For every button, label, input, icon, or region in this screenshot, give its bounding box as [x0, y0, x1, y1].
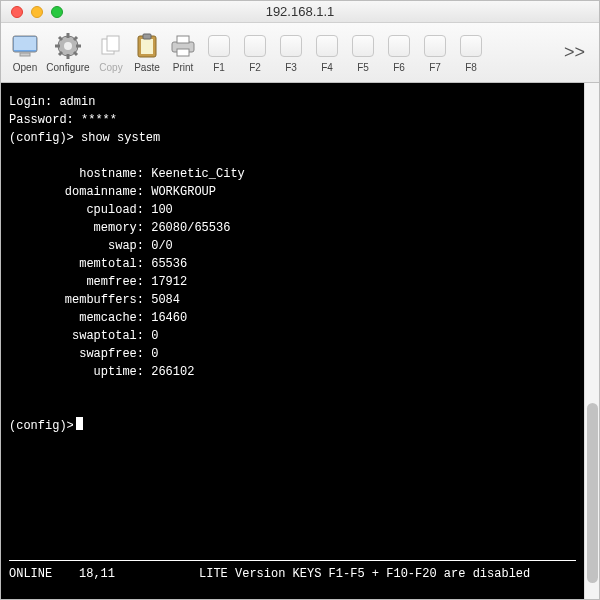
fkey-icon [277, 32, 305, 60]
system-field: memtotal: 65536 [9, 255, 576, 273]
field-key: swapfree: [9, 345, 144, 363]
print-icon [169, 32, 197, 60]
f8-button[interactable]: F8 [453, 26, 489, 80]
fkey-icon [385, 32, 413, 60]
field-value: 0/0 [151, 239, 173, 253]
field-value: Keenetic_City [151, 167, 245, 181]
field-key: domainname: [9, 183, 144, 201]
command: show system [81, 131, 160, 145]
field-key: memory: [9, 219, 144, 237]
svg-rect-17 [143, 34, 151, 39]
paste-icon [133, 32, 161, 60]
system-field: memcache: 16460 [9, 309, 576, 327]
status-state: ONLINE [9, 567, 79, 581]
configure-button[interactable]: Configure [43, 26, 93, 80]
field-key: membuffers: [9, 291, 144, 309]
svg-rect-16 [141, 39, 153, 54]
gear-icon [54, 32, 82, 60]
field-value: WORKGROUP [151, 185, 216, 199]
svg-line-12 [59, 52, 62, 55]
window-title: 192.168.1.1 [1, 4, 599, 19]
system-field: uptime: 266102 [9, 363, 576, 381]
system-field: membuffers: 5084 [9, 291, 576, 309]
login-label: Login: [9, 95, 59, 109]
field-value: 5084 [151, 293, 180, 307]
system-field: domainname: WORKGROUP [9, 183, 576, 201]
fkey-icon [349, 32, 377, 60]
fkey-icon [205, 32, 233, 60]
field-key: memtotal: [9, 255, 144, 273]
field-value: 0 [151, 347, 158, 361]
fkey-icon [457, 32, 485, 60]
field-value: 65536 [151, 257, 187, 271]
svg-point-4 [64, 42, 72, 50]
overflow-button[interactable]: >> [564, 42, 593, 63]
field-value: 0 [151, 329, 158, 343]
fkey-icon [241, 32, 269, 60]
prompt: (config)> [9, 417, 74, 435]
status-bar: ONLINE 18,11 LITE Version KEYS F1-F5 + F… [9, 560, 576, 581]
svg-rect-2 [20, 53, 30, 56]
system-field: memfree: 17912 [9, 273, 576, 291]
system-field: swap: 0/0 [9, 237, 576, 255]
system-field: hostname: Keenetic_City [9, 165, 576, 183]
password-value: ***** [81, 113, 117, 127]
f1-button[interactable]: F1 [201, 26, 237, 80]
copy-button[interactable]: Copy [93, 26, 129, 80]
field-value: 100 [151, 203, 173, 217]
password-label: Password: [9, 113, 81, 127]
svg-rect-19 [177, 36, 189, 43]
app-window: 192.168.1.1 Open [0, 0, 600, 600]
open-button[interactable]: Open [7, 26, 43, 80]
login-value: admin [59, 95, 95, 109]
f7-button[interactable]: F7 [417, 26, 453, 80]
svg-rect-20 [177, 49, 189, 56]
field-key: hostname: [9, 165, 144, 183]
prompt: (config)> [9, 131, 74, 145]
terminal[interactable]: Login: admin Password: ***** (config)> s… [1, 83, 584, 599]
field-value: 26080/65536 [151, 221, 230, 235]
field-key: swaptotal: [9, 327, 144, 345]
svg-line-9 [59, 37, 62, 40]
f2-button[interactable]: F2 [237, 26, 273, 80]
svg-rect-14 [107, 36, 119, 51]
minimize-icon[interactable] [31, 6, 43, 18]
scrollbar-thumb[interactable] [587, 403, 598, 583]
status-position: 18,11 [79, 567, 149, 581]
copy-icon [97, 32, 125, 60]
scrollbar[interactable] [584, 83, 599, 599]
monitor-icon [11, 32, 39, 60]
system-field: swaptotal: 0 [9, 327, 576, 345]
field-value: 17912 [151, 275, 187, 289]
svg-line-11 [74, 37, 77, 40]
window-controls [1, 6, 63, 18]
f6-button[interactable]: F6 [381, 26, 417, 80]
field-key: swap: [9, 237, 144, 255]
field-key: memfree: [9, 273, 144, 291]
titlebar: 192.168.1.1 [1, 1, 599, 23]
field-key: cpuload: [9, 201, 144, 219]
toolbar: Open Configure [1, 23, 599, 83]
svg-rect-1 [14, 37, 36, 50]
svg-line-10 [74, 52, 77, 55]
fkey-icon [421, 32, 449, 60]
field-key: memcache: [9, 309, 144, 327]
status-message: LITE Version KEYS F1-F5 + F10-F20 are di… [149, 567, 576, 581]
field-key: uptime: [9, 363, 144, 381]
paste-button[interactable]: Paste [129, 26, 165, 80]
terminal-area: Login: admin Password: ***** (config)> s… [1, 83, 599, 599]
system-field: memory: 26080/65536 [9, 219, 576, 237]
close-icon[interactable] [11, 6, 23, 18]
cursor-icon [76, 417, 83, 430]
f4-button[interactable]: F4 [309, 26, 345, 80]
f3-button[interactable]: F3 [273, 26, 309, 80]
fkey-icon [313, 32, 341, 60]
zoom-icon[interactable] [51, 6, 63, 18]
print-button[interactable]: Print [165, 26, 201, 80]
system-field: swapfree: 0 [9, 345, 576, 363]
field-value: 16460 [151, 311, 187, 325]
f5-button[interactable]: F5 [345, 26, 381, 80]
field-value: 266102 [151, 365, 194, 379]
system-field: cpuload: 100 [9, 201, 576, 219]
